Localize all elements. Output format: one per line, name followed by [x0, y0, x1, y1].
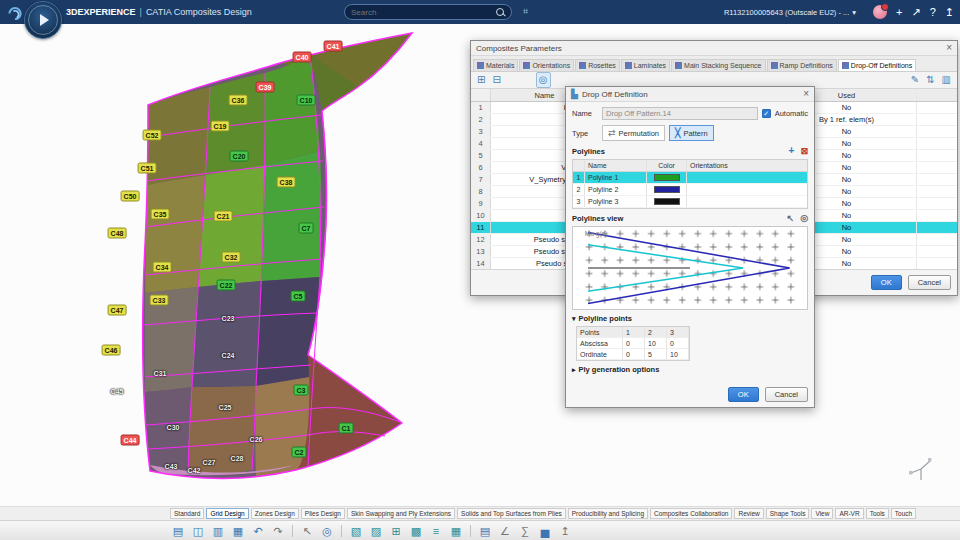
dialog-titlebar[interactable]: Composites Parameters × [471, 41, 957, 56]
play-icon[interactable] [40, 14, 49, 26]
polyline-row-polyline-1[interactable]: 1Polyline 1 [573, 172, 807, 184]
tab-orientations[interactable]: Orientations [519, 59, 574, 71]
surface-zones[interactable] [143, 33, 412, 478]
app-tab-tools[interactable]: Tools [866, 508, 889, 519]
analysis-icon[interactable]: ∑ [517, 523, 533, 539]
points-cell[interactable]: 0 [667, 338, 689, 349]
layup-icon[interactable]: ▩ [408, 523, 424, 539]
app-tab-grid-design[interactable]: Grid Design [206, 508, 248, 519]
ply-label-c20[interactable]: C20 [230, 151, 249, 162]
ply-label-c42[interactable]: C42 [186, 466, 203, 475]
pick-point-icon[interactable]: ↖ [787, 213, 795, 223]
collapse-icon[interactable]: ▾ [572, 315, 576, 323]
tab-ramp-definitions[interactable]: Ramp Definitions [767, 59, 837, 71]
tab-materials[interactable]: Materials [473, 59, 518, 71]
tags-icon[interactable]: ⌗ [523, 6, 528, 17]
points-cell[interactable]: 0 [623, 338, 645, 349]
ply-label-c24[interactable]: C24 [220, 351, 237, 360]
points-cell[interactable]: 10 [645, 338, 667, 349]
column-options-icon[interactable]: ▥ [942, 73, 951, 87]
ply-label-c2[interactable]: C2 [292, 447, 307, 458]
ply-label-c45[interactable]: C45 [109, 387, 126, 396]
ply-label-c46[interactable]: C46 [102, 345, 121, 356]
ok-button[interactable]: OK [871, 275, 902, 290]
add-icon[interactable]: + [896, 0, 902, 24]
ply-label-c26[interactable]: C26 [248, 435, 265, 444]
ply-label-c39[interactable]: C39 [256, 82, 275, 93]
expand-icon[interactable]: ▸ [572, 366, 576, 374]
ply-label-c51[interactable]: C51 [138, 163, 157, 174]
share-icon[interactable]: ↗ [911, 0, 920, 24]
polyline-points-header[interactable]: ▾ Polyline points [572, 314, 808, 323]
fit-view-icon[interactable]: ◎ [800, 213, 808, 223]
ply-label-c10[interactable]: C10 [297, 95, 316, 106]
app-tab-composites-collaboration[interactable]: Composites Collaboration [650, 508, 732, 519]
ply-label-c5[interactable]: C5 [291, 291, 306, 302]
ply-label-c34[interactable]: C34 [153, 262, 172, 273]
app-tab-plies-design[interactable]: Plies Design [301, 508, 345, 519]
ply-label-c22[interactable]: C22 [217, 280, 236, 291]
measure-icon[interactable]: ∠ [497, 523, 513, 539]
tab-rosettes[interactable]: Rosettes [575, 59, 620, 71]
ply-label-c21[interactable]: C21 [214, 211, 233, 222]
plies-table-icon[interactable]: ▤ [477, 523, 493, 539]
permutation-button[interactable]: ⇄ Permutation [602, 125, 665, 141]
close-icon[interactable]: × [803, 89, 809, 99]
ply-label-c1[interactable]: C1 [339, 423, 354, 434]
ply-label-c50[interactable]: C50 [121, 191, 140, 202]
app-tab-zones-design[interactable]: Zones Design [251, 508, 299, 519]
ply-label-c32[interactable]: C32 [222, 252, 241, 263]
app-tab-skin-swapping-and-ply-extensions[interactable]: Skin Swapping and Ply Extensions [347, 508, 455, 519]
composite-surface[interactable] [70, 25, 470, 495]
ply-label-c40[interactable]: C40 [293, 52, 312, 63]
ply-label-c43[interactable]: C43 [163, 462, 180, 471]
help-icon[interactable]: ? [930, 0, 936, 24]
automatic-checkbox[interactable]: ✓ [762, 109, 771, 118]
search-bar[interactable] [344, 4, 512, 20]
app-tab-touch[interactable]: Touch [891, 508, 916, 519]
ply-label-c47[interactable]: C47 [108, 305, 127, 316]
app-tab-standard[interactable]: Standard [170, 508, 204, 519]
ply-label-c3[interactable]: C3 [294, 385, 309, 396]
export-icon[interactable]: ↥ [557, 523, 573, 539]
points-cell[interactable]: Ordinate [577, 349, 623, 360]
edit-table-icon[interactable]: ✎ [911, 73, 919, 87]
ply-label-c44[interactable]: C44 [121, 435, 140, 446]
points-cell[interactable]: 0 [623, 349, 645, 360]
ply-label-c36[interactable]: C36 [229, 95, 248, 106]
ok-button[interactable]: OK [728, 387, 759, 402]
delete-polyline-icon[interactable]: ⊠ [800, 146, 808, 156]
ply-label-c41[interactable]: C41 [324, 41, 343, 52]
app-tab-producibility-and-splicing[interactable]: Producibility and Splicing [568, 508, 648, 519]
ply-label-c28[interactable]: C28 [229, 454, 246, 463]
pattern-button[interactable]: ╳ Pattern [669, 125, 714, 141]
ply-label-c35[interactable]: C35 [151, 209, 170, 220]
stackup-icon[interactable]: ▦ [448, 523, 464, 539]
3d-compass[interactable] [24, 1, 62, 39]
ply-label-c25[interactable]: C25 [217, 403, 234, 412]
app-tab-shape-tools[interactable]: Shape Tools [766, 508, 810, 519]
ply-label-c48[interactable]: C48 [108, 228, 127, 239]
sort-rows-icon[interactable]: ⇅ [926, 73, 934, 87]
points-cell[interactable]: 5 [645, 349, 667, 360]
tab-main-stacking-sequence[interactable]: Main Stacking Sequence [671, 59, 765, 71]
tab-laminates[interactable]: Laminates [621, 59, 670, 71]
polyline-row-polyline-2[interactable]: 2Polyline 2 [573, 184, 807, 196]
chart-icon[interactable]: ▅ [537, 523, 553, 539]
cancel-button[interactable]: Cancel [765, 387, 808, 402]
user-avatar[interactable] [873, 5, 887, 19]
app-tab-ar-vr[interactable]: AR-VR [835, 508, 863, 519]
ply-label-c7[interactable]: C7 [299, 223, 314, 234]
ply-label-c38[interactable]: C38 [277, 177, 296, 188]
polylines-plot[interactable]: Ma g(s) [572, 226, 808, 310]
save-icon[interactable]: ▦ [230, 523, 246, 539]
ply-label-c31[interactable]: C31 [152, 369, 169, 378]
redo-icon[interactable]: ↷ [270, 523, 286, 539]
add-row-icon[interactable]: ⊞ [477, 73, 485, 87]
filter-definitions-icon[interactable]: ◎ [536, 72, 551, 88]
copy-icon[interactable]: ◫ [190, 523, 206, 539]
cancel-button[interactable]: Cancel [908, 275, 951, 290]
undo-icon[interactable]: ↶ [250, 523, 266, 539]
ply-label-c27[interactable]: C27 [201, 458, 218, 467]
polylines-table[interactable]: NameColorOrientations 1Polyline 12Polyli… [572, 159, 808, 209]
